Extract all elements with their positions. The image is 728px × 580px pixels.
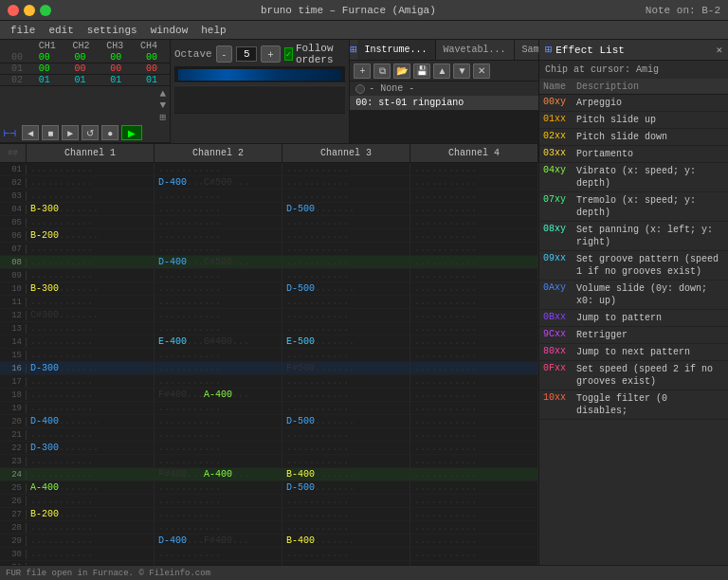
pattern-cell[interactable]: ........... — [410, 362, 538, 374]
pattern-cell[interactable]: ........... — [410, 455, 538, 467]
list-item[interactable]: 0FxxSet speed (speed 2 if no grooves exi… — [539, 361, 728, 390]
pattern-cell[interactable]: ........... — [155, 508, 282, 520]
list-item[interactable]: 03xxPortamento — [539, 146, 728, 163]
pattern-cell[interactable]: ........... — [27, 535, 155, 547]
pattern-cell[interactable]: ........... — [410, 415, 538, 427]
pattern-cell[interactable]: ........... — [155, 521, 282, 534]
pattern-cell[interactable]: ........... — [410, 322, 538, 335]
pattern-cell[interactable]: ........... — [155, 481, 282, 494]
table-row[interactable]: 11......................................… — [0, 296, 538, 309]
table-row[interactable]: 01......................................… — [0, 163, 538, 176]
table-row[interactable]: 19......................................… — [0, 402, 538, 415]
pattern-cell[interactable]: ........... — [410, 375, 538, 388]
pattern-cell[interactable]: ........... — [282, 176, 410, 189]
pattern-cell[interactable]: ........... — [155, 495, 282, 507]
move-up-btn[interactable]: ▲ — [433, 63, 450, 79]
pattern-cell[interactable]: ........... — [282, 349, 410, 361]
table-row[interactable]: 06B-200.................................… — [0, 229, 538, 243]
pattern-cell[interactable]: ........... — [410, 190, 538, 202]
list-item[interactable]: 01xxPitch slide up — [539, 112, 728, 129]
pattern-cell[interactable]: ........... — [155, 216, 282, 228]
move-down-btn[interactable]: ▼ — [453, 63, 470, 79]
pattern-cell[interactable]: ........... — [410, 176, 538, 189]
pattern-cell[interactable]: ........... — [282, 229, 410, 242]
table-row[interactable]: 29...........D-400...F#400...B-400......… — [0, 535, 538, 548]
pattern-cell[interactable]: D-400....... — [27, 415, 155, 427]
pattern-cell[interactable]: ........... — [410, 203, 538, 215]
table-row[interactable]: 09......................................… — [0, 269, 538, 282]
pattern-cell[interactable]: ........... — [27, 176, 155, 189]
pattern-cell[interactable]: C#300....... — [27, 309, 155, 321]
pattern-cell[interactable]: ........... — [410, 389, 538, 401]
pattern-cell[interactable]: ........... — [27, 375, 155, 388]
pattern-cell[interactable]: ........... — [282, 521, 410, 534]
filter-icon[interactable]: ⊞ — [350, 43, 356, 57]
pattern-cell[interactable]: ........... — [27, 243, 155, 255]
pattern-cell[interactable]: ........... — [27, 495, 155, 507]
delete-instrument-btn[interactable]: ✕ — [473, 63, 490, 79]
none-radio[interactable] — [355, 84, 365, 94]
pattern-cell[interactable]: ........... — [155, 322, 282, 335]
pattern-cell[interactable]: ........... — [27, 548, 155, 560]
table-row[interactable]: 25A-400..................D-500..........… — [0, 481, 538, 495]
menu-help[interactable]: help — [195, 23, 231, 38]
list-item[interactable]: 0AxyVolume slide (0y: down; x0: up) — [539, 281, 728, 310]
pattern-cell[interactable]: ........... — [155, 229, 282, 242]
pattern-cell[interactable]: ........... — [282, 256, 410, 268]
menu-file[interactable]: file — [5, 23, 41, 38]
pattern-cell[interactable]: E-500....... — [282, 335, 410, 348]
table-row[interactable]: 14...........E-400...G#400...E-500......… — [0, 335, 538, 349]
pattern-cell[interactable]: ........... — [27, 216, 155, 228]
minimize-button[interactable] — [24, 5, 35, 16]
table-row[interactable]: 22D-300.................................… — [0, 442, 538, 455]
table-row[interactable]: 15......................................… — [0, 349, 538, 362]
pattern-cell[interactable]: ........... — [155, 442, 282, 454]
octave-plus-btn[interactable]: + — [261, 45, 280, 63]
instrument-item-0[interactable]: 00: st-01 ringpiano — [350, 96, 538, 110]
pattern-cell[interactable]: ........... — [410, 349, 538, 361]
close-button[interactable] — [8, 5, 19, 16]
table-row[interactable]: 08...........D-400...C#500..............… — [0, 256, 538, 269]
nav-loop-btn[interactable]: ↺ — [82, 125, 99, 140]
table-row[interactable]: 24...........F#400...A-400...B-400......… — [0, 468, 538, 481]
pattern-cell[interactable]: ........... — [27, 455, 155, 467]
table-row[interactable]: 30......................................… — [0, 548, 538, 561]
expand-down-icon[interactable]: ▼ — [159, 100, 166, 111]
pattern-cell[interactable]: ........... — [27, 256, 155, 268]
pattern-cell[interactable]: ........... — [155, 349, 282, 361]
list-item[interactable]: 80xxJump to next pattern — [539, 344, 728, 361]
pattern-cell[interactable]: F#500....... — [282, 362, 410, 374]
table-row[interactable]: 28......................................… — [0, 521, 538, 535]
pattern-cell[interactable]: ........... — [27, 389, 155, 401]
pattern-cell[interactable]: D-400...F#400... — [155, 535, 282, 547]
pattern-rows[interactable]: 01......................................… — [0, 163, 538, 565]
pattern-cell[interactable]: ........... — [282, 269, 410, 281]
pattern-cell[interactable]: ........... — [410, 309, 538, 321]
pattern-cell[interactable]: ........... — [410, 481, 538, 494]
menu-settings[interactable]: settings — [82, 23, 143, 38]
effect-close-icon[interactable]: ✕ — [716, 44, 722, 56]
table-row[interactable]: 13......................................… — [0, 322, 538, 335]
pattern-cell[interactable]: ........... — [282, 190, 410, 202]
pattern-cell[interactable]: ........... — [410, 521, 538, 534]
pattern-cell[interactable]: ........... — [282, 216, 410, 228]
pattern-cell[interactable]: ........... — [410, 335, 538, 348]
pattern-cell[interactable]: ........... — [282, 508, 410, 520]
add-instrument-btn[interactable]: + — [354, 63, 371, 79]
menu-edit[interactable]: edit — [43, 23, 79, 38]
pattern-cell[interactable]: A-400....... — [27, 481, 155, 494]
pattern-cell[interactable]: ........... — [27, 296, 155, 308]
pattern-cell[interactable]: D-500....... — [282, 282, 410, 295]
table-row[interactable]: 27B-200.................................… — [0, 508, 538, 521]
pattern-cell[interactable]: ........... — [410, 428, 538, 441]
pattern-cell[interactable]: ........... — [155, 402, 282, 414]
pattern-cell[interactable]: ........... — [410, 548, 538, 560]
nav-play-btn[interactable]: ► — [62, 125, 79, 140]
table-row[interactable]: 07......................................… — [0, 243, 538, 256]
tab-instruments[interactable]: Instrume... — [357, 40, 436, 60]
menu-window[interactable]: window — [145, 23, 194, 38]
pattern-cell[interactable]: ........... — [282, 402, 410, 414]
pattern-cell[interactable]: B-300....... — [27, 203, 155, 215]
table-row[interactable]: 03......................................… — [0, 190, 538, 203]
pattern-cell[interactable]: ........... — [410, 243, 538, 255]
